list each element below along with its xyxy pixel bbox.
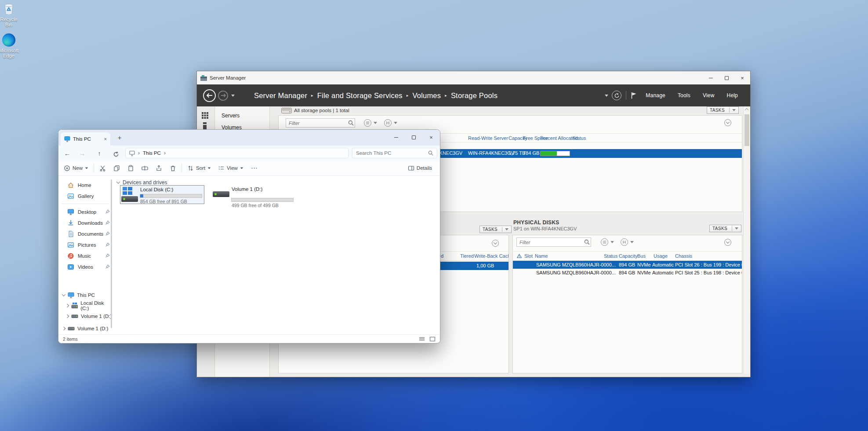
cut-button[interactable] (99, 165, 106, 172)
alert-column-icon[interactable] (517, 254, 522, 258)
collapse-pane-button[interactable] (724, 239, 731, 246)
flag-icon[interactable] (631, 92, 637, 99)
sidebar-item-videos[interactable]: Videos (58, 261, 113, 272)
copy-button[interactable] (113, 165, 120, 172)
chevron-down-icon[interactable] (62, 292, 65, 296)
sidebar-item-desktop[interactable]: Desktop (58, 206, 113, 217)
details-button[interactable]: Details (408, 165, 432, 172)
view-button[interactable]: View (218, 165, 243, 172)
minimize-button[interactable] (703, 71, 719, 84)
up-button[interactable]: ↑ (94, 149, 105, 158)
drive-tile-volume-1-d[interactable]: Volume 1 (D:) 499 GB free of 499 GB (212, 185, 295, 204)
menu-tools[interactable]: Tools (672, 92, 697, 99)
large-icons-view-toggle-icon[interactable] (429, 336, 436, 342)
sidebar-item-music[interactable]: Music (58, 250, 113, 261)
filter-list-dropdown[interactable] (601, 238, 614, 246)
more-options-button[interactable] (251, 165, 258, 172)
column-read-write-server[interactable]: Read-Write Server (468, 135, 508, 141)
collapse-pane-button[interactable] (724, 119, 731, 126)
sidebar-item-home[interactable]: Home (58, 179, 113, 190)
sort-button[interactable]: Sort (187, 165, 211, 172)
column-write-back-cache[interactable]: Write-Back Cache (474, 253, 509, 259)
drive-tile-local-disk-c[interactable]: Local Disk (C:) 854 GB free of 891 GB (120, 185, 204, 204)
sidebar-item-documents[interactable]: Documents (58, 228, 113, 239)
delete-button[interactable] (170, 165, 176, 172)
collapse-pane-button[interactable] (492, 240, 499, 247)
sidebar-item-gallery[interactable]: Gallery (58, 190, 113, 201)
column-status[interactable]: Status (604, 253, 617, 259)
storage-pools-filter-input[interactable] (286, 118, 355, 128)
close-button[interactable]: × (734, 71, 750, 84)
column-status[interactable]: Status (572, 135, 586, 141)
physical-disk-row-selected[interactable]: SAMSUNG MZQLB960HAJR-0000... 894 GB NVMe… (513, 261, 742, 269)
search-box[interactable]: Search This PC (352, 148, 437, 158)
storage-pools-tasks-button[interactable]: TASKS (707, 106, 739, 114)
physical-disks-filter-input[interactable] (516, 237, 591, 247)
maximize-button[interactable] (405, 130, 422, 145)
nav-history-caret-icon[interactable] (231, 95, 235, 97)
column-chassis[interactable]: Chassis (675, 253, 692, 259)
column-capacity[interactable]: Capacity (619, 253, 638, 259)
scrollbar-thumb[interactable] (745, 114, 749, 146)
section-devices-and-drives[interactable]: Devices and drives (117, 179, 167, 186)
menu-manage[interactable]: Manage (639, 92, 672, 99)
explorer-sidebar: Home Gallery Desktop (58, 176, 113, 334)
chevron-right-icon[interactable] (62, 327, 65, 330)
refresh-button[interactable] (111, 149, 121, 158)
menu-help[interactable]: Help (721, 92, 744, 99)
physical-disks-tasks-button[interactable]: TASKS (709, 225, 741, 232)
rename-button[interactable] (142, 165, 148, 172)
back-button[interactable] (203, 89, 216, 102)
column-slot[interactable]: Slot (524, 253, 533, 259)
filter-list-dropdown[interactable] (364, 119, 377, 127)
virtual-disks-tasks-button[interactable]: TASKS (479, 226, 512, 233)
scroll-up-icon[interactable] (745, 108, 748, 112)
refresh-button[interactable] (612, 91, 621, 100)
breadcrumb-item[interactable]: Server Manager (254, 91, 307, 100)
breadcrumb-item[interactable]: Storage Pools (451, 91, 498, 100)
sidebar-scrollbar-thumb[interactable] (111, 179, 112, 328)
back-button[interactable]: ← (62, 149, 73, 158)
sidebar-item-local-disk-c[interactable]: Local Disk (C:) (58, 300, 113, 311)
forward-button[interactable]: → (77, 149, 87, 158)
server-manager-titlebar[interactable]: Server Manager × (197, 71, 750, 84)
address-crumb[interactable]: This PC (143, 150, 161, 156)
new-tab-button[interactable]: + (115, 132, 124, 143)
tab-this-pc[interactable]: This PC × (61, 132, 110, 146)
sidebar-item-volume-1-d-root[interactable]: Volume 1 (D:) (58, 323, 113, 334)
sidebar-item-volume-1-d[interactable]: Volume 1 (D:) (58, 311, 113, 321)
new-button[interactable]: New (64, 165, 88, 172)
forward-button[interactable] (218, 91, 228, 101)
dashboard-grid-icon[interactable] (202, 112, 208, 119)
physical-disk-row[interactable]: SAMSUNG MZQLB960HAJR-0000... 894 GB NVMe… (513, 269, 742, 277)
sidebar-item-pictures[interactable]: Pictures (58, 239, 113, 250)
desktop-icon-recycle-bin[interactable]: Recycle Bin (0, 2, 22, 27)
column-name[interactable]: Name (535, 253, 548, 259)
column-usage[interactable]: Usage (654, 253, 668, 259)
desktop-icon-edge[interactable]: Microsoft Edge (0, 33, 22, 58)
local-server-icon[interactable] (203, 122, 207, 130)
breadcrumb-item[interactable]: Volumes (412, 91, 441, 100)
address-box[interactable]: › This PC › (125, 148, 349, 158)
grouping-dropdown[interactable] (621, 238, 634, 246)
maximize-button[interactable] (719, 71, 734, 84)
chevron-right-icon[interactable] (65, 304, 69, 307)
chevron-right-icon[interactable] (65, 314, 69, 318)
sidebar-item-downloads[interactable]: Downloads (58, 217, 113, 228)
notifications-caret-icon[interactable] (605, 95, 608, 97)
column-bus[interactable]: Bus (637, 253, 646, 259)
details-view-toggle-icon[interactable] (419, 336, 425, 342)
breadcrumb-item[interactable]: File and Storage Services (317, 91, 403, 100)
menu-view[interactable]: View (697, 92, 721, 99)
column-tiered[interactable]: Tiered (460, 253, 474, 259)
sidebar-item-this-pc[interactable]: This PC (58, 290, 113, 300)
share-button[interactable] (156, 165, 162, 172)
tab-close-icon[interactable]: × (104, 136, 107, 142)
search-icon (584, 239, 590, 245)
minimize-button[interactable] (387, 130, 405, 145)
grouping-dropdown[interactable] (384, 119, 397, 127)
vertical-scrollbar[interactable] (743, 106, 750, 373)
sidebar-item-servers[interactable]: Servers (222, 113, 269, 119)
close-button[interactable]: × (422, 130, 440, 145)
paste-button[interactable] (127, 165, 134, 172)
